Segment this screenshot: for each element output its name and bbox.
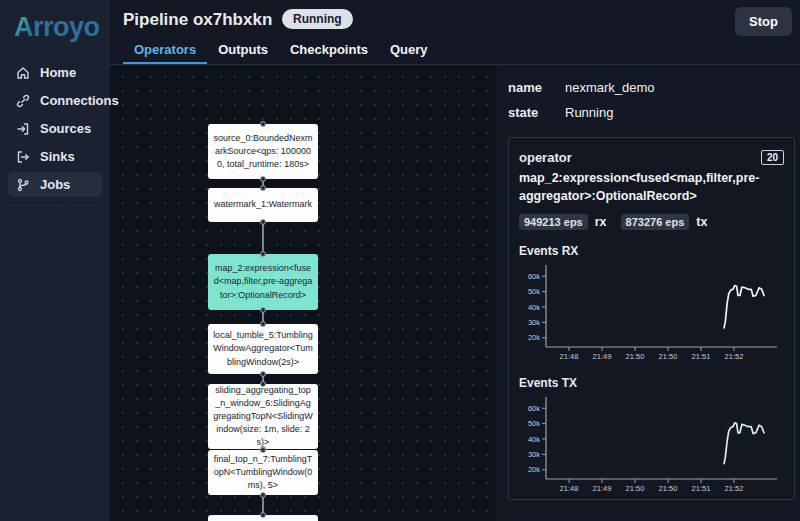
svg-text:20k: 20k xyxy=(528,465,540,474)
detail-panel: namenexmark_demostateRunning operator 20… xyxy=(497,66,800,521)
node-handle xyxy=(260,381,266,387)
svg-text:60k: 60k xyxy=(528,272,540,281)
events-tx-chart: 20k30k40k50k60k21:4821:4921:5021:5021:51… xyxy=(519,395,781,495)
svg-text:50k: 50k xyxy=(528,287,540,296)
topbar: Pipeline ox7hbxkn Running Stop xyxy=(110,0,800,40)
arroyo-logo: Arroyo xyxy=(0,0,110,57)
node-handle xyxy=(260,176,266,182)
svg-text:21:52: 21:52 xyxy=(725,352,744,361)
job-details: namenexmark_demostateRunning xyxy=(508,80,795,130)
sidebar-item-home[interactable]: Home xyxy=(8,60,102,85)
graph-node-source_0[interactable]: source_0:BoundedNexmarkSource<qps: 10000… xyxy=(208,124,318,179)
operator-card: operator 20 map_2:expression<fused<map,f… xyxy=(508,137,795,500)
graph-node-watermark_1[interactable]: watermark_1:Watermark xyxy=(208,188,318,222)
node-handle xyxy=(260,121,266,127)
operator-card-header: operator 20 xyxy=(519,147,784,167)
detail-label: name xyxy=(508,80,565,95)
sidebar: Arroyo HomeConnectionsSourcesSinksJobs xyxy=(0,0,110,521)
sidebar-item-label: Home xyxy=(40,65,76,80)
node-handle xyxy=(260,219,266,225)
node-handle xyxy=(260,447,266,453)
main-area: Pipeline ox7hbxkn Running Stop Operators… xyxy=(110,0,800,521)
operator-metrics: 949213 epsrx873276 epstx xyxy=(519,213,784,231)
metric-label-rx: rx xyxy=(595,215,607,229)
sidebar-item-label: Connections xyxy=(40,93,119,108)
sidebar-item-label: Jobs xyxy=(40,177,70,192)
svg-text:21:50: 21:50 xyxy=(659,352,678,361)
sidebar-item-jobs[interactable]: Jobs xyxy=(8,172,102,197)
status-badge: Running xyxy=(282,9,353,29)
node-label: map_2:expression<fused<map,filter,pre-ag… xyxy=(213,262,313,301)
graph-node-sliding_aggregating_top_n_window_6[interactable]: sliding_aggregating_top_n_window_6:Slidi… xyxy=(208,384,318,449)
home-icon xyxy=(16,66,30,80)
svg-text:21:50: 21:50 xyxy=(626,484,645,493)
sidebar-divider xyxy=(10,205,100,206)
node-handle xyxy=(260,185,266,191)
logo-letter: A xyxy=(14,12,33,42)
tab-outputs[interactable]: Outputs xyxy=(207,40,279,64)
operator-parallelism-badge: 20 xyxy=(761,150,784,165)
detail-row-name: namenexmark_demo xyxy=(508,80,795,105)
node-label: watermark_1:Watermark xyxy=(214,198,312,211)
svg-text:21:50: 21:50 xyxy=(659,484,678,493)
detail-value: Running xyxy=(565,105,613,120)
sink-out-icon xyxy=(16,150,30,164)
svg-text:20k: 20k xyxy=(528,333,540,342)
graph-node-next_node_partial[interactable] xyxy=(208,515,318,521)
svg-text:21:50: 21:50 xyxy=(626,352,645,361)
link-icon xyxy=(16,94,30,108)
graph-node-local_tumble_5[interactable]: local_tumble_5:TumblingWindowAggregator<… xyxy=(208,324,318,374)
detail-value: nexmark_demo xyxy=(565,80,655,95)
node-handle xyxy=(260,512,266,518)
svg-text:21:48: 21:48 xyxy=(560,484,579,493)
detail-row-state: stateRunning xyxy=(508,105,795,130)
node-handle xyxy=(260,321,266,327)
tab-bar: OperatorsOutputsCheckpointsQuery xyxy=(110,40,800,65)
graph-node-final_top_n_7[interactable]: final_top_n_7:TumblingTopN<TumblingWindo… xyxy=(208,450,318,495)
operator-description: map_2:expression<fused<map,filter,pre-ag… xyxy=(519,170,769,205)
source-in-icon xyxy=(16,122,30,136)
sidebar-item-sources[interactable]: Sources xyxy=(8,116,102,141)
node-handle xyxy=(260,371,266,377)
svg-text:60k: 60k xyxy=(528,404,540,413)
node-label: local_tumble_5:TumblingWindowAggregator<… xyxy=(213,329,313,368)
node-handle xyxy=(260,307,266,313)
events-tx-title: Events TX xyxy=(519,376,784,392)
events-rx-title: Events RX xyxy=(519,244,784,260)
sidebar-item-sinks[interactable]: Sinks xyxy=(8,144,102,169)
events-rx-chart: 20k30k40k50k60k21:4821:4921:5021:5021:51… xyxy=(519,263,781,363)
svg-text:30k: 30k xyxy=(528,450,540,459)
metric-label-tx: tx xyxy=(696,215,707,229)
content: source_0:BoundedNexmarkSource<qps: 10000… xyxy=(110,66,800,521)
page-title: Pipeline ox7hbxkn xyxy=(123,10,272,30)
node-label: final_top_n_7:TumblingTopN<TumblingWindo… xyxy=(213,453,313,492)
node-handle xyxy=(260,492,266,498)
tab-checkpoints[interactable]: Checkpoints xyxy=(279,40,379,64)
svg-text:30k: 30k xyxy=(528,318,540,327)
graph-node-map_2[interactable]: map_2:expression<fused<map,filter,pre-ag… xyxy=(208,254,318,310)
pipeline-graph[interactable]: source_0:BoundedNexmarkSource<qps: 10000… xyxy=(110,66,497,521)
svg-text:50k: 50k xyxy=(528,419,540,428)
svg-text:21:48: 21:48 xyxy=(560,352,579,361)
detail-label: state xyxy=(508,105,565,120)
svg-text:40k: 40k xyxy=(528,435,540,444)
tab-operators[interactable]: Operators xyxy=(123,40,207,64)
svg-text:21:49: 21:49 xyxy=(593,352,612,361)
git-branch-icon xyxy=(16,178,30,192)
metric-chip-rx: 949213 eps xyxy=(519,214,588,230)
metric-chip-tx: 873276 eps xyxy=(621,214,690,230)
sidebar-nav: HomeConnectionsSourcesSinksJobs xyxy=(0,60,110,197)
node-handle xyxy=(260,251,266,257)
svg-text:21:49: 21:49 xyxy=(593,484,612,493)
svg-text:21:52: 21:52 xyxy=(725,484,744,493)
sidebar-item-label: Sinks xyxy=(40,149,75,164)
node-label: sliding_aggregating_top_n_window_6:Slidi… xyxy=(213,384,313,449)
svg-text:40k: 40k xyxy=(528,303,540,312)
svg-text:21:51: 21:51 xyxy=(692,484,711,493)
stop-button[interactable]: Stop xyxy=(735,7,792,36)
node-label: source_0:BoundedNexmarkSource<qps: 10000… xyxy=(213,132,313,171)
tab-query[interactable]: Query xyxy=(379,40,439,64)
sidebar-item-label: Sources xyxy=(40,121,91,136)
svg-text:21:51: 21:51 xyxy=(692,352,711,361)
sidebar-item-connections[interactable]: Connections xyxy=(8,88,102,113)
